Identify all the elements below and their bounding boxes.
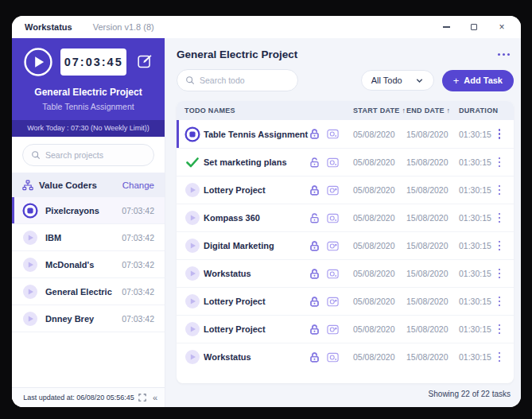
row-menu-icon[interactable] — [493, 293, 506, 310]
todo-status-icon[interactable] — [184, 266, 200, 281]
search-todo-input[interactable] — [200, 76, 289, 85]
todo-end-date: 15/08/2020 — [406, 157, 459, 167]
more-menu-icon[interactable] — [496, 50, 511, 59]
lock-icon[interactable] — [309, 184, 320, 196]
row-menu-icon[interactable] — [493, 266, 506, 282]
maximize-icon[interactable] — [469, 22, 479, 32]
screenshot-camera-icon[interactable] — [326, 211, 353, 225]
app-title: Workstatus — [25, 22, 72, 32]
lock-icon[interactable] — [309, 296, 320, 308]
todo-name: Kompass 360 — [204, 213, 309, 223]
row-menu-icon[interactable] — [493, 210, 506, 227]
row-menu-icon[interactable] — [493, 349, 506, 366]
table-row[interactable]: Workstatus 05/08/2020 15/08/2020 01:30:1… — [177, 343, 514, 371]
table-row[interactable]: Kompass 360 05/08/2020 15/08/2020 01:30:… — [177, 204, 514, 231]
row-menu-icon[interactable] — [493, 126, 506, 142]
project-search — [22, 144, 154, 166]
table-row[interactable]: Lottery Project 05/08/2020 15/08/2020 01… — [177, 315, 514, 343]
project-time: 07:03:42 — [122, 314, 154, 324]
work-today-banner: Work Today : 07:30 (No Weekly Limit)) — [12, 120, 165, 137]
table-row[interactable]: Digital Marketing 05/08/2020 15/08/2020 … — [177, 231, 514, 259]
todo-status-icon[interactable] — [184, 154, 200, 170]
project-name: Dnney Brey — [45, 314, 94, 324]
filter-selected-value: All Todo — [371, 76, 402, 85]
table-row[interactable]: Lottery Project 05/08/2020 15/08/2020 01… — [177, 176, 514, 204]
table-header: TODO NAMES START DATE ↑ END DATE ↑ DURAT… — [177, 101, 514, 120]
search-icon — [31, 150, 41, 160]
minimize-icon[interactable] — [441, 22, 451, 32]
todo-duration: 01:30:15 — [459, 157, 493, 167]
screenshot-camera-icon[interactable] — [326, 127, 353, 141]
project-name: General Electric — [45, 287, 112, 297]
todo-search — [177, 69, 298, 91]
timer-display: 07:03:45 — [60, 48, 126, 76]
col-start-date[interactable]: START DATE ↑ — [353, 107, 406, 114]
add-task-button[interactable]: + Add Task — [442, 70, 514, 91]
table-row[interactable]: Set marketing plans 05/08/2020 15/08/202… — [177, 148, 514, 176]
row-menu-icon[interactable] — [493, 321, 506, 338]
project-play-icon[interactable] — [22, 203, 38, 219]
table-row[interactable]: Table Tennis Assignment 05/08/2020 15/08… — [177, 120, 514, 148]
team-row: Value Coders Change — [12, 173, 165, 197]
row-menu-icon[interactable] — [493, 154, 506, 171]
project-play-icon[interactable] — [22, 230, 38, 246]
todo-start-date: 05/08/2020 — [353, 297, 406, 306]
todo-status-icon[interactable] — [184, 349, 200, 365]
search-projects-input[interactable] — [45, 150, 146, 160]
screenshot-camera-icon[interactable] — [326, 295, 353, 308]
table-row[interactable]: Workstatus 05/08/2020 15/08/2020 01:30:1… — [177, 259, 514, 287]
todo-end-date: 15/08/2020 — [406, 269, 459, 278]
titlebar: Workstatus Version v1.8 (8) × — [12, 16, 521, 38]
collapse-sidebar-icon[interactable]: « — [153, 394, 157, 402]
row-menu-icon[interactable] — [493, 238, 506, 254]
screenshot-camera-icon[interactable] — [326, 156, 353, 169]
lock-icon[interactable] — [309, 128, 320, 140]
lock-icon[interactable] — [309, 240, 320, 252]
todo-status-icon[interactable] — [184, 321, 200, 337]
table-body: Table Tennis Assignment 05/08/2020 15/08… — [177, 120, 514, 371]
todo-filter-select[interactable]: All Todo — [361, 70, 434, 91]
todo-status-icon[interactable] — [184, 238, 200, 254]
lock-icon[interactable] — [309, 157, 320, 169]
todo-status-icon[interactable] — [184, 182, 200, 198]
project-name: IBM — [45, 233, 61, 242]
expand-icon[interactable] — [138, 394, 146, 402]
screenshot-camera-icon[interactable] — [326, 184, 353, 197]
team-name: Value Coders — [39, 180, 97, 190]
col-end-date[interactable]: END DATE ↑ — [406, 107, 459, 114]
project-list-item[interactable]: Pixelcrayons 07:03:42 — [12, 197, 165, 224]
lock-icon[interactable] — [309, 351, 320, 363]
project-list-item[interactable]: Dnney Brey 07:03:42 — [12, 305, 165, 332]
screenshot-camera-icon[interactable] — [326, 239, 353, 253]
todo-name: Digital Marketing — [204, 241, 309, 250]
todo-duration: 01:30:15 — [459, 269, 493, 278]
close-icon[interactable]: × — [497, 22, 507, 32]
screenshot-camera-icon[interactable] — [326, 267, 353, 281]
table-row[interactable]: Lottery Project 05/08/2020 15/08/2020 01… — [177, 287, 514, 315]
edit-timer-icon[interactable] — [136, 52, 153, 72]
lock-icon[interactable] — [309, 212, 320, 224]
timer-play-icon[interactable] — [23, 47, 53, 77]
project-list-item[interactable]: General Electric 07:03:42 — [12, 278, 165, 305]
change-team-link[interactable]: Change — [122, 180, 154, 190]
search-icon — [185, 76, 195, 85]
project-time: 07:03:42 — [122, 287, 154, 297]
todo-status-icon[interactable] — [184, 210, 200, 226]
screenshot-camera-icon[interactable] — [326, 323, 353, 336]
lock-icon[interactable] — [309, 268, 320, 280]
project-list-item[interactable]: McDonald's 07:03:42 — [12, 251, 165, 278]
project-play-icon[interactable] — [22, 284, 38, 300]
project-list-item[interactable]: IBM 07:03:42 — [12, 224, 165, 251]
todo-status-icon[interactable] — [184, 126, 200, 142]
hierarchy-icon — [22, 180, 33, 191]
project-play-icon[interactable] — [22, 311, 38, 327]
todo-name: Workstatus — [204, 352, 309, 362]
todo-status-icon[interactable] — [184, 293, 200, 309]
todo-name: Lottery Project — [204, 324, 309, 334]
row-menu-icon[interactable] — [493, 182, 506, 199]
project-time: 07:03:42 — [122, 233, 154, 242]
todo-end-date: 15/08/2020 — [406, 130, 459, 139]
lock-icon[interactable] — [309, 324, 320, 336]
project-play-icon[interactable] — [22, 257, 38, 273]
screenshot-camera-icon[interactable] — [326, 351, 353, 364]
